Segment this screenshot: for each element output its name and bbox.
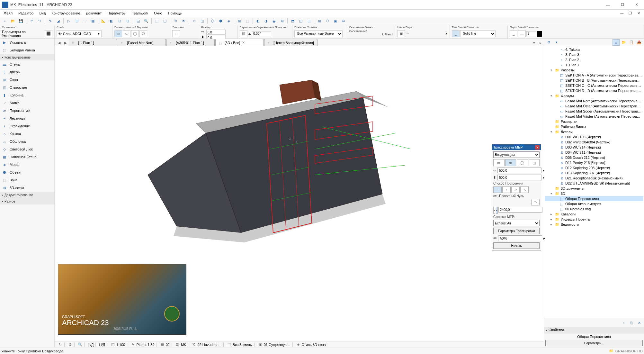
tool-wall[interactable]: ▬Стена: [0, 60, 54, 68]
mep-tab2[interactable]: ⊕: [505, 159, 516, 166]
ext5-icon[interactable]: ⬚: [244, 17, 251, 24]
tab-a305[interactable]: ▫[A305:011 Plan 1]: [166, 39, 215, 46]
qo-scale[interactable]: ◫1:100: [109, 342, 128, 347]
nav-settings-icon[interactable]: ⚙: [545, 39, 552, 46]
tree-item[interactable]: 📁Развертки: [545, 119, 643, 124]
size-input1[interactable]: [206, 30, 226, 35]
save-icon[interactable]: 💾: [17, 17, 24, 24]
ext11-icon[interactable]: ◫: [297, 17, 304, 24]
tool-door[interactable]: ▯Дверь: [0, 68, 54, 76]
mirror-btn[interactable]: ▨: [240, 30, 247, 37]
ext8-icon[interactable]: ◒: [271, 17, 278, 24]
cut-icon[interactable]: ✂: [191, 17, 198, 24]
3d-viewport[interactable]: z y GRAPHISOFT. ARCHICAD 23 3003 RUS FUL…: [55, 46, 544, 341]
qo-reno[interactable]: ⚒02 Huvudhan...: [190, 342, 224, 347]
orbit-icon[interactable]: ↻: [172, 17, 179, 24]
guide-icon[interactable]: ▷: [65, 17, 72, 24]
ext6-icon[interactable]: ◐: [255, 17, 262, 24]
tree-item[interactable]: ⊚D12 Kopiering 208 (Чертеж): [545, 165, 643, 170]
grid-icon[interactable]: ▦: [89, 17, 96, 24]
geom-btn2[interactable]: ⬭: [123, 30, 130, 37]
tree-item[interactable]: ▫1. Plan 1: [545, 62, 643, 68]
nav-footer-settings-btn[interactable]: Параметры...: [545, 340, 643, 346]
tree-item[interactable]: ▭Fasad Mot Söder (Автоматически Перестра…: [545, 109, 643, 114]
tool-column[interactable]: ▮Колонна: [0, 91, 54, 99]
geom-btn4[interactable]: ⬡: [139, 30, 147, 37]
tree-item[interactable]: ⊚D22 UTLÄMNINGSDISK (Независимый): [545, 181, 643, 186]
menu-design[interactable]: Конструирование: [49, 11, 83, 16]
tool-marquee[interactable]: ⬚Бегущая Рамка: [0, 46, 54, 54]
tool-window[interactable]: ⊞Окно: [0, 76, 54, 84]
nav-del-icon[interactable]: ✕: [636, 320, 643, 326]
menu-options[interactable]: Параметры: [105, 11, 129, 16]
menu-window[interactable]: Окно: [151, 11, 165, 16]
mep-tab1[interactable]: ▭: [493, 159, 505, 166]
group-construction[interactable]: Конструирование: [0, 54, 54, 60]
menu-teamwork[interactable]: Teamwork: [130, 11, 151, 16]
maximize-button[interactable]: ☐: [615, 0, 630, 10]
angle-input[interactable]: [252, 31, 271, 36]
mep-elev-input[interactable]: [498, 207, 542, 213]
tree-item[interactable]: ▫2. Plan 2: [545, 57, 643, 62]
tab-overflow[interactable]: ▾: [531, 40, 537, 46]
nav-view-map-icon[interactable]: 📁: [620, 39, 627, 46]
pen-input[interactable]: [526, 31, 536, 36]
tree-item[interactable]: ⬚00 Namnlös väg: [545, 206, 643, 212]
floor-select[interactable]: Все Релевантные Этажи: [294, 30, 343, 37]
dropper-icon[interactable]: ◢: [55, 17, 62, 24]
tree-item[interactable]: ⊚D02 HWC 204/304 (Чертеж): [545, 140, 643, 145]
nav-tree[interactable]: ▫4. Takplan▫3. Plan 3▫2. Plan 2▫1. Plan …: [544, 46, 644, 319]
tree-item[interactable]: ⊚D06 Dusch 212 (Чертеж): [545, 155, 643, 160]
find-icon[interactable]: 🔍: [143, 17, 150, 24]
lock-icon2[interactable]: ▸: [543, 176, 545, 180]
tool-morph[interactable]: ◈Морф: [0, 161, 54, 168]
mep-start-button[interactable]: Начать: [493, 242, 540, 249]
pen-icon1[interactable]: ⎯: [510, 30, 517, 37]
qo-nd2[interactable]: Н/Д: [97, 343, 107, 347]
undo-icon[interactable]: ↶: [28, 17, 35, 24]
ext2-icon[interactable]: ⬢: [217, 17, 224, 24]
tool-zone[interactable]: ⬚Зона: [0, 176, 54, 184]
tab-next[interactable]: ▶: [62, 40, 69, 46]
tree-item[interactable]: ⊚D01 WC 108 (Чертеж): [545, 134, 643, 140]
tab-interact[interactable]: ▫[Центр Взаимодействия]: [264, 39, 318, 46]
status-folder-icon[interactable]: 📁: [609, 349, 613, 353]
qo-fit[interactable]: ⊙: [66, 342, 75, 347]
layer-combo[interactable]: 👁 Слой ARCHICAD ▸: [57, 30, 102, 37]
qo-orbit[interactable]: ↻: [56, 342, 65, 347]
tool-curtainwall[interactable]: ▦Навесная Стена: [0, 153, 54, 161]
tree-item[interactable]: ⊚D13 Kopiering 307 (Чертеж): [545, 170, 643, 176]
tree-item[interactable]: ▾📁Разрезы: [545, 68, 643, 73]
group-document[interactable]: Документирование: [0, 192, 54, 198]
align-icon[interactable]: ⊟: [124, 17, 131, 24]
tree-toggle-icon[interactable]: ▸: [550, 223, 554, 226]
tree-item[interactable]: ▸📁Индексы Проекта: [545, 217, 643, 222]
qo-zoom[interactable]: 🔍: [76, 342, 85, 347]
tree-item[interactable]: ▫4. Takplan: [545, 47, 643, 52]
tool-object[interactable]: ⬢Объект: [0, 168, 54, 176]
menu-minimize-icon[interactable]: —: [618, 10, 626, 16]
tree-item[interactable]: ◫SEKTION B - B (Автоматически Перестраив…: [545, 78, 643, 83]
trace-icon[interactable]: ◧: [108, 17, 115, 24]
tree-item[interactable]: ▾📁Фасады: [545, 93, 643, 98]
tab-prev[interactable]: ◀: [56, 40, 62, 46]
status-brand[interactable]: GRAPHISOFT ID: [615, 349, 643, 353]
menu-help[interactable]: Помощь: [165, 11, 184, 16]
menu-file[interactable]: Файл: [1, 11, 15, 16]
measure-icon[interactable]: 📐: [100, 17, 107, 24]
nav-new-icon[interactable]: ▫: [620, 320, 627, 326]
mep-routing-panel[interactable]: Трассировка MEP ✕ Воздуховоды ▭ ⊕ ◯ ◫ ⬄ …: [492, 144, 541, 250]
mep-dir-upright[interactable]: ↗: [511, 186, 520, 193]
menu-restore-icon[interactable]: ❐: [626, 10, 634, 16]
tree-toggle-icon[interactable]: ▾: [550, 68, 554, 72]
pen-color-swatch[interactable]: [537, 31, 542, 37]
tool-railing[interactable]: ⫞Ограждение: [0, 122, 54, 130]
ext3-icon[interactable]: ◈: [225, 17, 232, 24]
tree-toggle-icon[interactable]: ▾: [550, 130, 554, 133]
nav-properties-header[interactable]: Свойства: [544, 327, 644, 333]
snap-icon[interactable]: ⊞: [73, 17, 80, 24]
menu-close-icon[interactable]: ✕: [634, 10, 643, 16]
redo-icon[interactable]: ↷: [36, 17, 43, 24]
default-value[interactable]: Параметры по Умолчанию: [2, 30, 44, 38]
ext16-icon[interactable]: ♻: [340, 17, 347, 24]
